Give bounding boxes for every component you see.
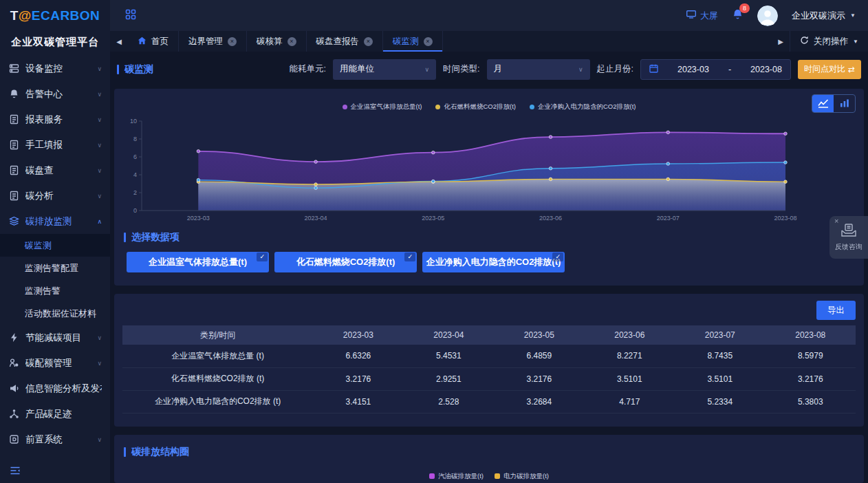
tabs-scroll-left[interactable]: ◀ <box>110 31 128 52</box>
close-operations-label: 关闭操作 <box>814 36 848 47</box>
table-cell: 3.2684 <box>494 390 584 413</box>
sidebar-subitem-label: 监测告警 <box>25 286 61 296</box>
sidebar-item-carbon-quota[interactable]: 碳配额管理 ∨ <box>0 350 110 376</box>
data-items-title-text: 选择数据项 <box>131 231 180 244</box>
home-icon <box>138 36 147 47</box>
table-cell: 3.2176 <box>494 367 584 390</box>
monitor-icon <box>686 10 696 21</box>
legend-item[interactable]: 企业温室气体排放总量(t) <box>343 103 422 111</box>
data-item-ghg-total-button[interactable]: 企业温室气体排放总量(t) ✓ <box>127 252 269 272</box>
chevron-down-icon: ∨ <box>97 334 102 341</box>
svg-text:2023-07: 2023-07 <box>657 215 680 222</box>
range-end-value[interactable]: 2023-08 <box>750 65 782 74</box>
sidebar-item-label: 碳分析 <box>25 190 97 202</box>
month-range-picker[interactable]: 2023-03 - 2023-08 <box>640 59 791 80</box>
legend-item[interactable]: 化石燃料燃烧CO2排放(t) <box>435 103 516 111</box>
tab-label: 碳盘查报告 <box>316 36 360 47</box>
data-item-electricity-co2-button[interactable]: 企业净购入电力隐含的CO2排放(t) ✓ <box>422 252 565 272</box>
legend-marker <box>435 105 440 109</box>
sidebar-subitem-monitor-alert[interactable]: 监测告警 <box>0 279 110 302</box>
tab-label: 首页 <box>151 36 169 47</box>
tab-carbon-monitoring[interactable]: 碳监测 × <box>383 31 443 52</box>
svg-text:6: 6 <box>133 153 137 160</box>
table-header-row: 类别/时间 2023-03 2023-04 2023-05 2023-06 20… <box>122 325 856 345</box>
legend-item[interactable]: 企业净购入电力隐含的CO2排放(t) <box>530 103 636 111</box>
energy-unit-select[interactable]: 用能单位 ∨ <box>333 59 436 80</box>
account-name: 企业双碳演示 <box>792 10 845 22</box>
time-type-select[interactable]: 月 ∨ <box>487 59 590 80</box>
sidebar-subitem-activity-data-materials[interactable]: 活动数据佐证材料 <box>0 302 110 325</box>
legend-item[interactable]: 汽油碳排放量(t) <box>429 472 484 481</box>
tabs-scroll-right[interactable]: ▶ <box>772 31 790 52</box>
form-icon <box>8 140 19 151</box>
feedback-label: 反馈咨询 <box>835 242 862 252</box>
sidebar-item-label: 前置系统 <box>25 433 97 446</box>
logo-at-icon: @ <box>19 8 32 23</box>
tab-label: 碳核算 <box>257 36 283 47</box>
sidebar-item-alert-center[interactable]: 告警中心 ∨ <box>0 81 110 107</box>
line-chart-toggle[interactable] <box>812 95 834 112</box>
table-cell: 3.2176 <box>313 367 403 390</box>
avatar[interactable] <box>757 6 778 26</box>
sidebar-item-manual-report[interactable]: 手工填报 ∨ <box>0 132 110 158</box>
bar-chart-toggle[interactable] <box>834 95 855 112</box>
table-header-cell: 2023-07 <box>675 325 765 345</box>
export-button[interactable]: 导出 <box>816 301 856 320</box>
sidebar-item-report-service[interactable]: 报表服务 ∨ <box>0 107 110 132</box>
table-cell: 2.9251 <box>404 367 494 390</box>
sidebar-item-product-footprint[interactable]: 产品碳足迹 <box>0 401 110 427</box>
structure-title: 碳排放结构圈 <box>124 446 854 458</box>
sidebar-item-carbon-inventory[interactable]: 碳盘查 ∨ <box>0 158 110 183</box>
tab-close-icon[interactable]: × <box>424 37 433 46</box>
table-header-cell: 2023-04 <box>404 325 494 345</box>
tab-close-icon[interactable]: × <box>287 37 296 46</box>
caret-down-icon: ▼ <box>853 39 858 45</box>
sidebar-collapse-toggle[interactable] <box>0 460 110 483</box>
tab-inventory-report[interactable]: 碳盘查报告 × <box>307 31 384 52</box>
app-grid-icon[interactable] <box>125 9 136 22</box>
close-operations-menu[interactable]: 关闭操作 ▼ <box>790 31 868 52</box>
tab-close-icon[interactable]: × <box>364 37 373 46</box>
data-item-fossil-co2-button[interactable]: 化石燃料燃烧CO2排放(t) ✓ <box>274 252 417 272</box>
svg-text:2023-08: 2023-08 <box>774 215 796 222</box>
table-cell: 2.528 <box>404 390 494 413</box>
feedback-mail-icon <box>840 223 857 240</box>
check-icon: ✓ <box>552 253 563 261</box>
sidebar-item-carbon-analysis[interactable]: 碳分析 ∨ <box>0 183 110 208</box>
sidebar-item-front-system[interactable]: 前置系统 ∨ <box>0 427 110 452</box>
table-cell: 3.5101 <box>675 367 765 390</box>
legend-item[interactable]: 电力碳排放量(t) <box>495 472 549 481</box>
sidebar-item-info-analysis-release[interactable]: 信息智能分析及发布 <box>0 376 110 401</box>
sidebar-subitem-monitor-alert-config[interactable]: 监测告警配置 <box>0 257 110 279</box>
close-icon[interactable]: × <box>834 217 838 225</box>
month-range-label: 起止月份: <box>597 63 633 75</box>
feedback-widget[interactable]: × 反馈咨询 <box>829 216 868 259</box>
svg-text:2023-04: 2023-04 <box>305 215 327 222</box>
page-title: 碳监测 <box>117 63 153 76</box>
sidebar-item-carbon-emission-monitoring[interactable]: 碳排放监测 ∧ <box>0 208 110 234</box>
chevron-down-icon: ∨ <box>97 91 102 98</box>
legend-marker <box>343 105 347 109</box>
caret-down-icon: ▼ <box>850 12 856 19</box>
sidebar-item-device-monitoring[interactable]: 设备监控 ∨ <box>0 56 110 81</box>
tab-carbon-accounting[interactable]: 碳核算 × <box>247 31 307 52</box>
svg-text:2023-05: 2023-05 <box>422 215 444 222</box>
time-compare-button[interactable]: 时间点对比 ⇄ <box>798 60 861 79</box>
row-label: 企业温室气体排放总量 (t) <box>122 345 313 367</box>
sidebar-item-energy-saving-projects[interactable]: 节能减碳项目 ∨ <box>0 325 110 350</box>
brand-logo[interactable]: T@ECARBON <box>0 0 110 32</box>
row-label: 化石燃料燃烧CO2排放 (t) <box>122 367 313 390</box>
document-icon <box>8 114 19 125</box>
range-start-value[interactable]: 2023-03 <box>677 65 709 74</box>
sidebar-subitem-carbon-monitoring[interactable]: 碳监测 <box>0 234 110 257</box>
emissions-area-chart[interactable]: 02468102023-032023-042023-052023-062023-… <box>121 113 867 226</box>
account-menu[interactable]: 企业双碳演示 ▼ <box>792 10 856 22</box>
chevron-down-icon: ∨ <box>97 436 102 443</box>
tab-home[interactable]: 首页 <box>128 31 179 52</box>
sidebar-item-label: 碳配额管理 <box>25 357 97 369</box>
system-box-icon <box>8 434 19 445</box>
big-screen-button[interactable]: 大屏 <box>686 10 718 22</box>
tab-close-icon[interactable]: × <box>228 37 237 46</box>
notifications-button[interactable]: 8 <box>732 8 744 23</box>
tab-boundary-management[interactable]: 边界管理 × <box>179 31 247 52</box>
